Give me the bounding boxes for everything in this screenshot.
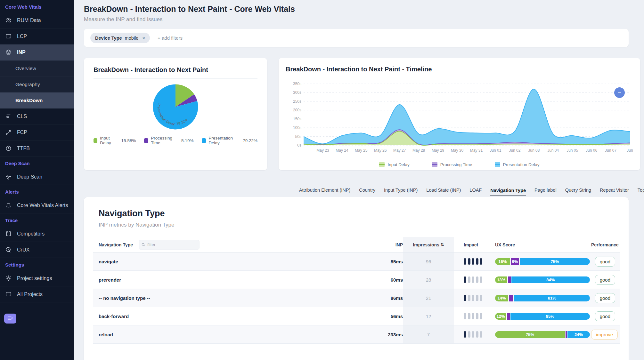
ux-score-segment [508,276,511,283]
tab-query-string[interactable]: Query String [565,188,591,196]
impact-pill [472,295,474,301]
row-navigation-type: prerender [99,277,342,283]
tab-input-type[interactable]: Input Type (INP) [384,188,418,196]
sidebar-item-label: Project settings [17,276,52,281]
tab-top-level-pathname[interactable]: Top level Pathname [638,188,644,196]
timeline-chart-card: BreakDown - Interaction to Next Paint - … [279,58,640,170]
sidebar-item-overview[interactable]: Overview [0,60,74,76]
table-row[interactable]: navigate 85ms 96 16%9%75% good [93,252,620,271]
filter-bar: Device Type mobile × + add filters [84,29,629,47]
impact-meter [454,258,495,265]
impact-pill [476,295,478,301]
sidebar-item-cls[interactable]: CLS [0,108,74,124]
add-filters-button[interactable]: + add filters [158,35,183,41]
tab-page-label[interactable]: Page label [534,188,557,196]
table-row[interactable]: prerender 60ms 28 13%84% good [93,271,620,289]
legend-label: Input Delay [387,162,409,167]
book-icon [5,230,12,237]
tab-repeat-visitor[interactable]: Repeat Visitor [600,188,629,196]
impact-pill [472,331,474,338]
main-content: BreakDown - Interaction to Next Paint - … [74,0,644,360]
table-header-row: Navigation Type INP Impressions ⇅ Impact [93,237,620,252]
row-impressions-value: 96 [403,252,454,270]
ux-score-segment: 14% [495,295,508,301]
sidebar: Core Web Vitals RUM Data LCP INP Overvie… [0,0,74,360]
impact-pill [468,276,470,283]
sidebar-item-inp[interactable]: INP [0,44,74,60]
impact-pill [476,258,478,265]
row-impressions-value: 7 [403,325,454,343]
row-inp-value: 233ms [342,332,403,337]
sidebar-item-crux[interactable]: CrUX [0,242,74,258]
sidebar-item-label: FCP [17,130,27,135]
table-row[interactable]: back-forward 56ms 12 12%85% good [93,307,620,325]
performance-badge: good [595,293,615,303]
tab-attribution-element[interactable]: Attribution Element (INP) [299,188,350,196]
impact-pill [476,313,478,319]
sidebar-section-core-web-vitals: Core Web Vitals [0,0,74,12]
column-header-navigation-type[interactable]: Navigation Type [99,242,133,247]
device-type-filter-chip[interactable]: Device Type mobile × [90,33,150,43]
table-subtitle: INP metrics by Navigation Type [93,222,620,228]
pie-chart[interactable]: Presentation Delay: 79.22% [94,83,257,131]
sidebar-item-fcp[interactable]: FCP [0,124,74,140]
sidebar-item-geography[interactable]: Geography [0,76,74,92]
impact-pill [468,331,470,338]
svg-text:150s: 150s [293,117,301,121]
table-row[interactable]: reload 233ms 7 75%24% improve [93,325,620,344]
sort-icon[interactable]: ⇅ [441,242,444,247]
filter-chip-label: Device Type [95,36,122,41]
impact-meter [454,295,495,301]
table-filter-input[interactable] [139,240,200,250]
remove-filter-icon[interactable]: × [142,35,145,41]
sidebar-item-competitors[interactable]: Competitors [0,226,74,242]
performance-badge: improve [591,330,618,340]
svg-text:May 28: May 28 [412,148,425,153]
impact-pill [472,313,474,319]
ux-score-bar: 14%81% [495,295,590,301]
sidebar-item-breakdown[interactable]: BreakDown [0,92,74,108]
column-header-ux-score[interactable]: UX Score [495,242,515,247]
svg-text:May 31: May 31 [470,148,483,153]
ux-score-segment: 84% [511,276,590,283]
legend-label: Input Delay [100,136,118,145]
sidebar-item-deep-scan[interactable]: Deep Scan [0,169,74,185]
sidebar-item-cwv-alerts[interactable]: Core Web Vitals Alerts [0,197,74,213]
sidebar-subitem-label: Overview [15,66,36,71]
sidebar-item-all-projects[interactable]: All Projects [0,286,74,302]
column-header-performance[interactable]: Performance [591,242,619,247]
column-header-impressions[interactable]: Impressions [413,242,439,247]
collapse-sidebar-button[interactable] [4,314,16,324]
impact-pill [468,313,470,319]
row-inp-value: 86ms [342,295,403,301]
tab-country[interactable]: Country [359,188,375,196]
tab-navigation-type[interactable]: Navigation Type [490,188,526,196]
sidebar-item-project-settings[interactable]: Project settings [0,270,74,286]
sidebar-item-ttfb[interactable]: TTFB [0,140,74,156]
column-header-inp[interactable]: INP [395,242,403,247]
sidebar-item-label: CLS [17,114,27,119]
clock-icon [5,145,12,152]
legend-swatch [432,162,437,167]
svg-text:Jun 02: Jun 02 [509,148,520,153]
pulse-icon [5,173,12,180]
row-navigation-type: reload [99,332,342,337]
svg-text:350s: 350s [293,82,301,86]
monitor-icon [5,33,12,40]
svg-text:Jun 05: Jun 05 [567,148,578,153]
column-header-impact[interactable]: Impact [464,242,478,247]
tab-loaf[interactable]: LOAF [469,188,482,196]
legend-value: 5.19% [181,138,193,143]
sidebar-section-deep-scan: Deep Scan [0,156,74,169]
impact-pill [480,313,482,319]
table-title: Navigation Type [93,209,620,219]
zoom-out-button[interactable]: − [614,87,625,98]
legend-label: Presentation Delay [503,162,540,167]
sidebar-item-rum-data[interactable]: RUM Data [0,12,74,28]
tab-load-state[interactable]: Load State (INP) [426,188,461,196]
timeline-chart[interactable]: 0s50s100s150s200s250s300s350s May 23May … [286,78,633,161]
sidebar-item-lcp[interactable]: LCP [0,28,74,44]
table-row[interactable]: -- no navigation type -- 86ms 21 14%81% … [93,289,620,307]
table-filter [139,240,200,250]
legend-swatch [202,138,206,143]
